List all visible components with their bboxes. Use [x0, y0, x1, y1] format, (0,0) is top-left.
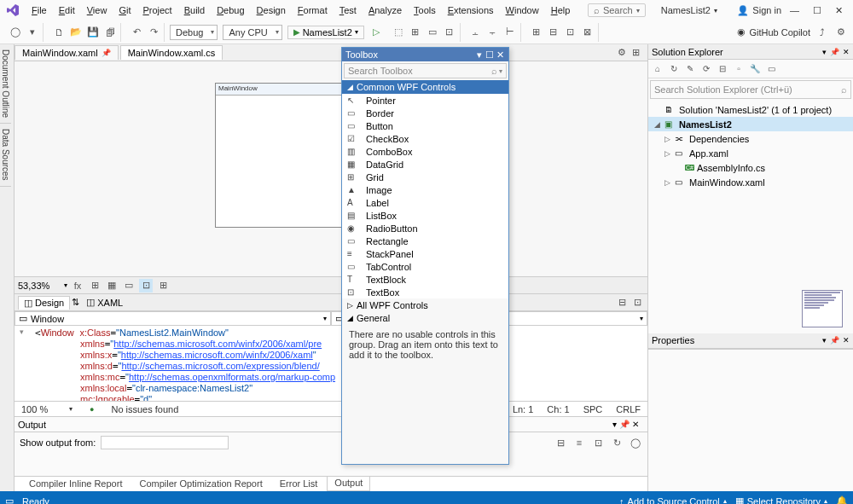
- tab-overflow-icon[interactable]: ⊞: [629, 46, 642, 60]
- menu-test[interactable]: Test: [334, 3, 363, 18]
- new-item-icon[interactable]: 🗋: [52, 26, 66, 39]
- design-subtab[interactable]: ◫Design: [18, 296, 70, 310]
- menu-file[interactable]: File: [26, 3, 53, 18]
- toolbox-item-image[interactable]: ▲Image: [342, 183, 508, 196]
- editor-zoom[interactable]: 100 %: [21, 404, 52, 414]
- maximize-button[interactable]: ☐: [813, 5, 821, 16]
- copilot-button[interactable]: ◉ GitHub Copilot: [737, 26, 810, 38]
- tree-mainwindow-xaml[interactable]: ▷▭ MainWindow.xaml: [648, 175, 853, 189]
- solution-name-selector[interactable]: NamesList2▾: [653, 3, 726, 17]
- toolbox-cat-all-wpf[interactable]: ▷ All WPF Controls: [342, 298, 508, 311]
- save-icon[interactable]: 💾: [86, 26, 100, 39]
- doc-tab-mainwindow-cs[interactable]: MainWindow.xaml.cs: [120, 45, 223, 60]
- toolbox-item-stackpanel[interactable]: ≡StackPanel: [342, 247, 508, 260]
- undo-icon[interactable]: ↶: [130, 26, 143, 39]
- menu-format[interactable]: Format: [292, 3, 334, 18]
- snap-icon[interactable]: ▦: [105, 279, 119, 293]
- output-pin-icon[interactable]: ▾ 📌 ✕: [612, 420, 639, 429]
- data-sources-tab[interactable]: Data Sources: [0, 124, 11, 187]
- align-icon-7[interactable]: ⊠: [581, 26, 595, 39]
- share-icon[interactable]: ⤴: [815, 26, 829, 39]
- start-debugging-button[interactable]: ▶ NamesList2 ▾: [287, 26, 364, 39]
- toolbox-item-textblock[interactable]: TTextBlock: [342, 273, 508, 286]
- zoom-down-icon[interactable]: ▾: [64, 281, 67, 289]
- align-icon-4[interactable]: ⊞: [530, 26, 543, 39]
- btab-error-list[interactable]: Error List: [272, 477, 326, 491]
- toolbox-item-label[interactable]: ALabel: [342, 196, 508, 209]
- document-minimap[interactable]: [802, 290, 843, 327]
- lineend-indicator[interactable]: CRLF: [616, 404, 641, 414]
- platform-dropdown[interactable]: Any CPU: [223, 25, 281, 40]
- menu-design[interactable]: Design: [251, 3, 292, 18]
- swap-icon[interactable]: ⇅: [72, 297, 79, 308]
- toolbox-item-button[interactable]: ▭Button: [342, 119, 508, 132]
- nav-fwd-icon[interactable]: ▾: [26, 26, 39, 39]
- toolbox-titlebar[interactable]: Toolbox ▾ ☐ ✕: [342, 48, 508, 61]
- btab-compiler-inline[interactable]: Compiler Inline Report: [21, 477, 130, 491]
- toolbox-item-checkbox[interactable]: ☑CheckBox: [342, 132, 508, 145]
- toolbox-item-combobox[interactable]: ▥ComboBox: [342, 145, 508, 158]
- menu-window[interactable]: Window: [500, 3, 545, 18]
- props-pin-icon[interactable]: 📌: [830, 336, 839, 345]
- doc-tab-mainwindow-xaml[interactable]: MainWindow.xaml📌: [15, 45, 119, 60]
- menu-extensions[interactable]: Extensions: [442, 3, 500, 18]
- xaml-scope-dropdown[interactable]: ▭ Window ▾: [15, 311, 331, 326]
- toolbox-item-border[interactable]: ▭Border: [342, 107, 508, 119]
- menu-tools[interactable]: Tools: [408, 3, 442, 18]
- tree-project[interactable]: ◢▣ NamesList2: [648, 117, 853, 131]
- redo-icon[interactable]: ↷: [147, 26, 160, 39]
- out-tool-3[interactable]: ⊡: [591, 436, 605, 449]
- pin-icon[interactable]: 📌: [102, 49, 111, 57]
- toolbox-item-tabcontrol[interactable]: ▭TabControl: [342, 260, 508, 273]
- nav-back-icon[interactable]: ◯: [9, 26, 22, 39]
- zoom-level[interactable]: 53,33%: [18, 281, 61, 291]
- props-close-icon[interactable]: ✕: [843, 336, 850, 345]
- tool-icon-2[interactable]: ⊞: [409, 26, 422, 39]
- toolbox-search-input[interactable]: Search Toolbox ⌕▾: [344, 63, 507, 78]
- out-tool-4[interactable]: ↻: [610, 436, 624, 449]
- output-source-dropdown[interactable]: [101, 436, 229, 449]
- toolbox-item-listbox[interactable]: ▤ListBox: [342, 209, 508, 222]
- tool-icon-1[interactable]: ⬚: [392, 26, 405, 39]
- config-dropdown[interactable]: Debug: [170, 25, 218, 40]
- tool-icon-4[interactable]: ⊡: [443, 26, 456, 39]
- se-close-icon[interactable]: ✕: [843, 48, 850, 56]
- toolbox-cat-general[interactable]: ◢ General: [342, 311, 508, 324]
- menu-git[interactable]: Git: [113, 3, 136, 18]
- save-all-icon[interactable]: 🗐: [103, 26, 117, 39]
- props-dropdown-icon[interactable]: ▾: [822, 336, 827, 345]
- align-icon-5[interactable]: ⊟: [547, 26, 560, 39]
- toolbox-item-radiobutton[interactable]: ◉RadioButton: [342, 222, 508, 235]
- btab-compiler-opt[interactable]: Compiler Optimization Report: [131, 477, 270, 491]
- toolbox-item-pointer[interactable]: ↖Pointer: [342, 94, 508, 107]
- se-collapse-icon[interactable]: ⊟: [717, 63, 728, 75]
- tree-solution-root[interactable]: 🗎 Solution 'NamesList2' (1 of 1 project): [648, 102, 853, 117]
- document-outline-tab[interactable]: Document Outline: [0, 44, 11, 124]
- signin-button[interactable]: 👤 Sign in: [737, 5, 781, 16]
- se-sync-icon[interactable]: ↻: [668, 63, 680, 75]
- snap2-icon[interactable]: ⊡: [139, 279, 153, 293]
- out-tool-2[interactable]: ≡: [572, 436, 586, 449]
- start-without-debugging-icon[interactable]: ▷: [369, 26, 383, 39]
- code-editor[interactable]: ▾<Window x:Class="NamesList2.MainWindow"…: [15, 326, 647, 401]
- snap3-icon[interactable]: ⊞: [156, 279, 170, 293]
- menu-help[interactable]: Help: [545, 3, 577, 18]
- align-icon-2[interactable]: ⫟: [486, 26, 500, 39]
- se-dropdown-icon[interactable]: ▾: [822, 48, 827, 56]
- toolbox-item-datagrid[interactable]: ▦DataGrid: [342, 158, 508, 171]
- se-pending-icon[interactable]: ✎: [684, 63, 696, 75]
- menu-debug[interactable]: Debug: [211, 3, 250, 18]
- btab-output[interactable]: Output: [327, 477, 370, 491]
- xaml-subtab[interactable]: ◫XAML: [81, 296, 128, 309]
- toolbox-item-rectangle[interactable]: ▭Rectangle: [342, 235, 508, 247]
- ruler-icon[interactable]: ▭: [122, 279, 136, 293]
- toolbox-item-textbox[interactable]: ⊡TextBox: [342, 286, 508, 298]
- toolbox-cat-common-wpf[interactable]: ◢ Common WPF Controls: [342, 80, 508, 94]
- select-repository[interactable]: ▦ Select Repository ▴: [735, 495, 827, 504]
- menu-edit[interactable]: Edit: [53, 3, 81, 18]
- indent-indicator[interactable]: SPC: [583, 404, 603, 414]
- tab-options-icon[interactable]: ⚙: [615, 46, 629, 60]
- menu-project[interactable]: Project: [136, 3, 177, 18]
- out-tool-1[interactable]: ⊟: [554, 436, 567, 449]
- toolbox-maximize-icon[interactable]: ☐: [485, 49, 495, 61]
